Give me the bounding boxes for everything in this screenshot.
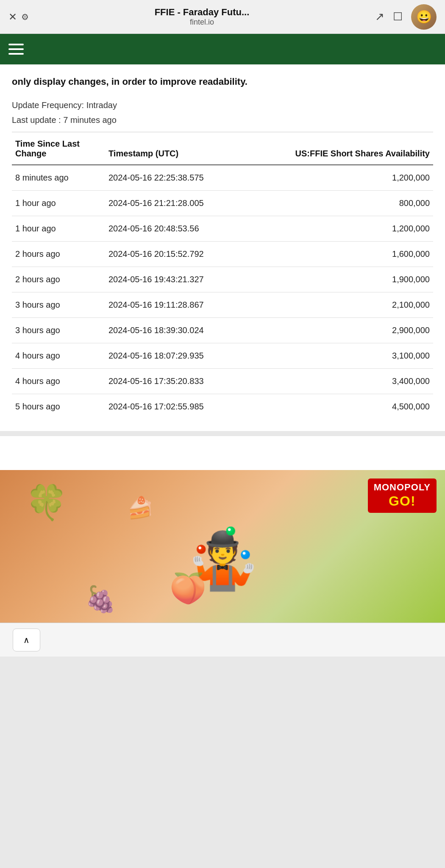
ad-brand-name: MONOPOLY [374, 482, 431, 493]
cell-timestamp: 2024-05-16 17:02:55.985 [105, 394, 258, 420]
browser-title-area: FFIE - Faraday Futu... fintel.io [36, 7, 368, 27]
cell-timestamp: 2024-05-16 19:11:28.867 [105, 292, 258, 318]
cell-timestamp: 2024-05-16 18:07:29.935 [105, 343, 258, 369]
bookmark-icon[interactable]: ☐ [393, 10, 403, 23]
table-row: 1 hour ago2024-05-16 20:48:53.561,200,00… [12, 216, 433, 242]
page-url: fintel.io [36, 18, 368, 27]
cell-availability: 800,000 [258, 191, 433, 216]
table-row: 4 hours ago2024-05-16 17:35:20.8333,400,… [12, 369, 433, 394]
table-row: 2 hours ago2024-05-16 20:15:52.7921,600,… [12, 242, 433, 267]
ad-brand-badge: MONOPOLY GO! [368, 479, 437, 513]
last-update: Last update : 7 minutes ago [12, 115, 433, 125]
table-row: 5 hours ago2024-05-16 17:02:55.9854,500,… [12, 394, 433, 420]
cell-timestamp: 2024-05-16 21:21:28.005 [105, 191, 258, 216]
table-row: 8 minutes ago2024-05-16 22:25:38.5751,20… [12, 165, 433, 191]
table-row: 4 hours ago2024-05-16 18:07:29.9353,100,… [12, 343, 433, 369]
avatar: 😀 [411, 4, 437, 30]
cell-timestamp: 2024-05-16 22:25:38.575 [105, 165, 258, 191]
cell-availability: 1,600,000 [258, 242, 433, 267]
cell-availability: 2,900,000 [258, 318, 433, 343]
cell-availability: 3,400,000 [258, 369, 433, 394]
col-time-since-header: Time Since Last Change [12, 132, 105, 165]
short-shares-table: Time Since Last Change Timestamp (UTC) U… [12, 132, 433, 419]
settings-icon[interactable]: ⚙ [21, 12, 29, 22]
ad-brand-sub: GO! [389, 493, 415, 509]
cell-time-since: 3 hours ago [12, 318, 105, 343]
cell-timestamp: 2024-05-16 20:48:53.56 [105, 216, 258, 242]
cell-time-since: 5 hours ago [12, 394, 105, 420]
browser-controls-right[interactable]: ↗ ☐ 😀 [375, 4, 437, 30]
ad-decoration-1: 🍀 [25, 483, 68, 523]
hamburger-line-1 [8, 44, 24, 45]
cell-time-since: 8 minutes ago [12, 165, 105, 191]
main-content: only display changes, in order to improv… [0, 64, 445, 431]
cell-availability: 1,200,000 [258, 165, 433, 191]
browser-controls-left[interactable]: ✕ ⚙ [8, 11, 29, 23]
col-availability-header: US:FFIE Short Shares Availability [258, 132, 433, 165]
site-header [0, 34, 445, 64]
cell-time-since: 2 hours ago [12, 242, 105, 267]
cell-time-since: 1 hour ago [12, 216, 105, 242]
browser-bar: ✕ ⚙ FFIE - Faraday Futu... fintel.io ↗ ☐… [0, 0, 445, 34]
table-row: 2 hours ago2024-05-16 19:43:21.3271,900,… [12, 267, 433, 292]
bottom-card [0, 436, 445, 470]
close-icon[interactable]: ✕ [8, 11, 17, 23]
cell-availability: 1,900,000 [258, 267, 433, 292]
cell-availability: 1,200,000 [258, 216, 433, 242]
hamburger-line-2 [8, 48, 24, 50]
cell-timestamp: 2024-05-16 20:15:52.792 [105, 242, 258, 267]
cell-time-since: 1 hour ago [12, 191, 105, 216]
back-icon: ∧ [23, 635, 30, 645]
cell-availability: 2,100,000 [258, 292, 433, 318]
share-icon[interactable]: ↗ [375, 10, 384, 23]
intro-paragraph: only display changes, in order to improv… [12, 75, 433, 89]
ad-banner[interactable]: 🍀 🍇 🍰 🍑 🤹 MONOPOLY GO! [0, 470, 445, 623]
update-frequency: Update Frequency: Intraday [12, 100, 433, 110]
col-timestamp-header: Timestamp (UTC) [105, 132, 258, 165]
back-button[interactable]: ∧ [13, 629, 40, 651]
cell-time-since: 2 hours ago [12, 267, 105, 292]
hamburger-line-3 [8, 53, 24, 55]
ad-decoration-3: 🍰 [127, 495, 153, 520]
page-title: FFIE - Faraday Futu... [36, 7, 368, 18]
bottom-navigation: ∧ [0, 623, 445, 657]
cell-timestamp: 2024-05-16 19:43:21.327 [105, 267, 258, 292]
ad-decoration-4: 🍑 [170, 571, 206, 606]
cell-timestamp: 2024-05-16 17:35:20.833 [105, 369, 258, 394]
cell-availability: 4,500,000 [258, 394, 433, 420]
hamburger-menu[interactable] [8, 44, 24, 55]
ad-decoration-2: 🍇 [85, 584, 117, 614]
cell-time-since: 3 hours ago [12, 292, 105, 318]
cell-time-since: 4 hours ago [12, 343, 105, 369]
cell-availability: 3,100,000 [258, 343, 433, 369]
table-row: 1 hour ago2024-05-16 21:21:28.005800,000 [12, 191, 433, 216]
table-row: 3 hours ago2024-05-16 18:39:30.0242,900,… [12, 318, 433, 343]
cell-time-since: 4 hours ago [12, 369, 105, 394]
table-row: 3 hours ago2024-05-16 19:11:28.8672,100,… [12, 292, 433, 318]
cell-timestamp: 2024-05-16 18:39:30.024 [105, 318, 258, 343]
table-header-row: Time Since Last Change Timestamp (UTC) U… [12, 132, 433, 165]
